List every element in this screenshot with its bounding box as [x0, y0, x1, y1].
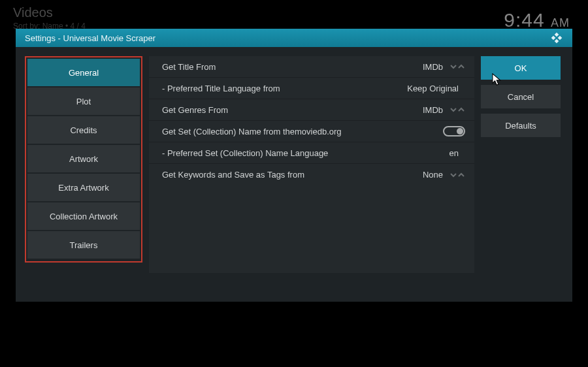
category-label: Extra Artwork [58, 183, 108, 193]
category-label: Credits [70, 125, 97, 135]
category-label: Plot [76, 97, 91, 106]
clock: 9:44 AM [504, 9, 570, 31]
settings-dialog: Settings - Universal Movie Scraper Gener… [16, 29, 572, 302]
setting-label: - Preferred Set (Collection) Name Langua… [162, 148, 449, 158]
category-panel: GeneralPlotCreditsArtworkExtra ArtworkCo… [25, 56, 142, 263]
kodi-logo-icon [550, 31, 563, 44]
spinner-arrows-icon[interactable] [449, 106, 465, 114]
setting-row[interactable]: Get Title FromIMDb [149, 56, 474, 78]
setting-label: Get Set (Collection) Name from themovied… [162, 127, 443, 136]
spinner-arrows-icon[interactable] [449, 171, 465, 179]
setting-value: None [423, 170, 443, 180]
clock-ampm: AM [551, 16, 570, 29]
dialog-header: Settings - Universal Movie Scraper [16, 29, 572, 47]
category-item-artwork[interactable]: Artwork [27, 145, 140, 172]
category-label: Trailers [70, 240, 98, 250]
category-label: General [69, 68, 99, 78]
setting-label: - Preferred Title Language from [162, 84, 407, 93]
cancel-button[interactable]: Cancel [481, 85, 561, 108]
setting-value: IMDb [423, 105, 443, 115]
category-item-extra-artwork[interactable]: Extra Artwork [27, 174, 140, 201]
setting-row[interactable]: - Preferred Title Language fromKeep Orig… [149, 78, 474, 99]
action-panel: OK Cancel Defaults [481, 56, 561, 293]
toggle-switch[interactable] [443, 126, 465, 136]
dialog-title: Settings - Universal Movie Scraper [25, 33, 155, 43]
setting-label: Get Keywords and Save as Tags from [162, 170, 423, 180]
setting-row[interactable]: - Preferred Set (Collection) Name Langua… [149, 142, 474, 164]
category-item-general[interactable]: General [27, 59, 140, 86]
setting-label: Get Title From [162, 62, 423, 72]
setting-value: en [449, 148, 459, 158]
category-item-plot[interactable]: Plot [27, 88, 140, 115]
category-item-trailers[interactable]: Trailers [27, 231, 140, 259]
setting-label: Get Genres From [162, 105, 423, 115]
background-title: Videos [13, 5, 575, 20]
category-label: Artwork [69, 154, 98, 164]
setting-value: IMDb [423, 62, 443, 72]
category-label: Collection Artwork [50, 212, 118, 221]
spinner-arrows-icon[interactable] [449, 63, 465, 71]
defaults-button[interactable]: Defaults [481, 114, 561, 137]
setting-row[interactable]: Get Genres FromIMDb [149, 99, 474, 121]
dialog-body: GeneralPlotCreditsArtworkExtra ArtworkCo… [16, 47, 572, 302]
setting-value: Keep Original [407, 84, 459, 93]
settings-panel: Get Title FromIMDb- Preferred Title Lang… [149, 56, 474, 273]
category-item-collection-artwork[interactable]: Collection Artwork [27, 202, 140, 230]
setting-row[interactable]: Get Keywords and Save as Tags fromNone [149, 164, 474, 185]
clock-time: 9:44 [504, 9, 544, 31]
setting-row[interactable]: Get Set (Collection) Name from themovied… [149, 121, 474, 142]
ok-button[interactable]: OK [481, 56, 561, 80]
category-item-credits[interactable]: Credits [27, 116, 140, 144]
